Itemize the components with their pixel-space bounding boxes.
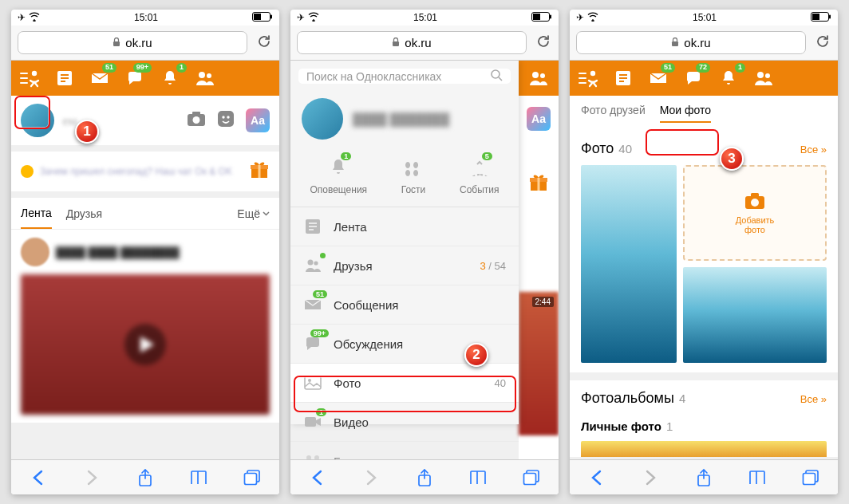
video-duration: 2:44 bbox=[532, 297, 554, 307]
svg-rect-71 bbox=[751, 193, 759, 197]
tab-friends[interactable]: Друзья bbox=[66, 199, 102, 228]
link-all-albums[interactable]: Все » bbox=[800, 393, 827, 405]
safari-toolbar bbox=[570, 459, 838, 494]
svg-rect-3 bbox=[113, 41, 120, 46]
menu-item-friends[interactable]: Друзья 3 / 54 bbox=[290, 246, 519, 285]
safari-address-bar: ok.ru bbox=[290, 26, 559, 61]
svg-point-32 bbox=[532, 72, 539, 78]
discussions-icon[interactable]: 99+ bbox=[121, 65, 148, 92]
notifications-icon[interactable]: 1 bbox=[156, 65, 184, 92]
bookmarks-icon[interactable] bbox=[466, 466, 490, 490]
safari-toolbar bbox=[11, 459, 279, 494]
album-thumb[interactable] bbox=[581, 441, 827, 457]
composer-row: ем Aa bbox=[11, 96, 279, 145]
forward-icon bbox=[359, 466, 383, 490]
bookmarks-icon[interactable] bbox=[745, 466, 769, 490]
callout-1: 1 bbox=[75, 120, 99, 144]
url-text: ok.ru bbox=[125, 36, 152, 49]
promo-row[interactable]: Зачем пришел снегопад? Наш чат Ок & ОK bbox=[11, 152, 279, 191]
safari-address-bar: ok.ru bbox=[570, 26, 838, 61]
link-all-photos[interactable]: Все » bbox=[800, 144, 827, 156]
photo-thumbnail[interactable] bbox=[683, 267, 827, 363]
friends-icon[interactable] bbox=[525, 65, 552, 92]
svg-rect-36 bbox=[538, 178, 540, 191]
friends-icon[interactable] bbox=[750, 65, 777, 92]
feed-icon[interactable] bbox=[610, 65, 637, 92]
menu-guests[interactable]: Гости bbox=[400, 154, 427, 195]
tab-friends-photos[interactable]: Фото друзей bbox=[581, 104, 646, 123]
emoji-icon[interactable] bbox=[217, 110, 235, 131]
svg-point-49 bbox=[306, 455, 311, 459]
battery-icon bbox=[252, 12, 273, 24]
feed-icon[interactable] bbox=[51, 65, 78, 92]
messages-icon: 51 bbox=[303, 295, 322, 314]
feed-post[interactable]: ████ ████ ████████ bbox=[11, 230, 279, 423]
ok-top-nav: 51 99+ 1 bbox=[11, 61, 279, 96]
menu-item-groups[interactable]: Группы bbox=[290, 442, 519, 459]
share-icon[interactable] bbox=[692, 466, 716, 490]
reload-icon[interactable] bbox=[814, 33, 831, 53]
photo-thumbnail[interactable] bbox=[581, 165, 677, 363]
svg-point-19 bbox=[222, 116, 224, 118]
forward-icon[interactable] bbox=[638, 466, 662, 490]
airplane-icon: ✈︎ bbox=[18, 12, 26, 23]
url-field[interactable]: ok.ru bbox=[576, 31, 806, 54]
url-field[interactable]: ok.ru bbox=[18, 31, 247, 54]
feed-tabs: Лента Друзья Ещё bbox=[11, 198, 279, 230]
tab-my-photos[interactable]: Мои фото bbox=[660, 104, 711, 123]
airplane-icon: ✈︎ bbox=[297, 12, 305, 23]
svg-rect-27 bbox=[245, 473, 257, 484]
url-field[interactable]: ok.ru bbox=[297, 31, 527, 54]
post-video-thumb[interactable] bbox=[21, 274, 270, 415]
friends-icon bbox=[303, 256, 322, 275]
tabs-icon[interactable] bbox=[240, 466, 264, 490]
album-personal[interactable]: Личные фото 1 bbox=[570, 411, 838, 441]
callout-highlight-2 bbox=[294, 376, 516, 412]
reload-icon[interactable] bbox=[535, 33, 552, 53]
notifications-icon[interactable]: 1 bbox=[715, 65, 742, 92]
add-photo-tile[interactable]: Добавить фото bbox=[683, 165, 827, 261]
discussions-badge: 99+ bbox=[133, 63, 152, 73]
back-icon[interactable] bbox=[26, 466, 50, 490]
back-icon[interactable] bbox=[306, 466, 330, 490]
svg-point-14 bbox=[207, 73, 211, 78]
svg-point-70 bbox=[751, 199, 759, 207]
clock: 15:01 bbox=[693, 12, 717, 23]
hamburger-ok-logo[interactable] bbox=[575, 65, 602, 92]
albums-title: Фотоальбомы bbox=[581, 390, 674, 407]
share-icon[interactable] bbox=[413, 466, 436, 490]
menu-events[interactable]: 5 События bbox=[460, 154, 500, 195]
bookmarks-icon[interactable] bbox=[187, 466, 211, 490]
back-icon[interactable] bbox=[585, 466, 609, 490]
discussions-icon[interactable]: 72 bbox=[680, 65, 707, 92]
tab-feed[interactable]: Лента bbox=[21, 199, 52, 229]
side-menu: Поиск на Одноклассниках ████ ███████ 1 О… bbox=[290, 61, 519, 424]
friends-icon[interactable] bbox=[192, 65, 219, 92]
menu-item-feed[interactable]: Лента bbox=[290, 207, 519, 246]
share-icon[interactable] bbox=[133, 466, 157, 490]
camera-icon[interactable] bbox=[187, 111, 206, 130]
lock-icon bbox=[392, 36, 400, 49]
tab-more[interactable]: Ещё bbox=[237, 207, 270, 220]
reload-icon[interactable] bbox=[255, 33, 273, 53]
text-style-icon[interactable]: Aa bbox=[527, 107, 551, 131]
svg-rect-17 bbox=[192, 112, 200, 115]
menu-search[interactable]: Поиск на Одноклассниках bbox=[298, 69, 511, 84]
menu-profile[interactable]: ████ ███████ bbox=[290, 92, 519, 146]
gift-icon[interactable] bbox=[249, 159, 270, 183]
hamburger-ok-logo[interactable] bbox=[16, 65, 43, 92]
tabs-icon[interactable] bbox=[519, 466, 543, 490]
svg-rect-55 bbox=[812, 14, 819, 20]
svg-rect-23 bbox=[259, 165, 261, 178]
notif-badge: 1 bbox=[176, 63, 187, 73]
messages-icon[interactable]: 51 bbox=[645, 65, 672, 92]
text-style-icon[interactable]: Aa bbox=[246, 108, 270, 132]
menu-notifications[interactable]: 1 Оповещения bbox=[310, 154, 367, 195]
gift-icon[interactable] bbox=[528, 172, 549, 196]
svg-rect-53 bbox=[524, 473, 536, 484]
messages-icon[interactable]: 51 bbox=[86, 65, 113, 92]
tabs-icon[interactable] bbox=[799, 466, 823, 490]
wifi-icon bbox=[308, 12, 319, 24]
menu-item-messages[interactable]: 51 Сообщения bbox=[290, 285, 519, 325]
clock: 15:01 bbox=[413, 12, 437, 23]
